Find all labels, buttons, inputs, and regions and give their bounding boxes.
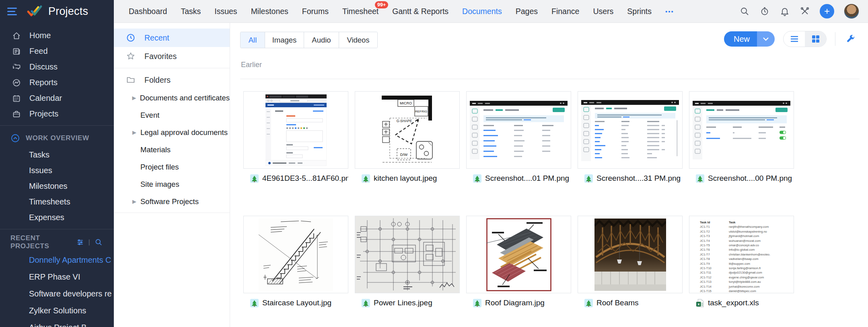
file-label[interactable]: Power Lines.jpeg (355, 298, 460, 307)
sidebar-item-timesheets[interactable]: Timesheets (0, 194, 114, 210)
project-item-airbus[interactable]: Airbus Project B (0, 319, 114, 327)
sidebar-item-feed[interactable]: Feed (0, 43, 114, 59)
tab-videos[interactable]: Videos (339, 32, 377, 48)
search-icon[interactable] (739, 6, 750, 16)
settings-wrench-button[interactable] (844, 32, 858, 46)
file-label[interactable]: Screenshot....00 PM.png (689, 174, 794, 183)
file-thumbnail[interactable] (243, 91, 348, 169)
tools-icon[interactable] (800, 6, 810, 16)
reports-icon (12, 78, 21, 87)
filter-sliders-icon[interactable] (76, 238, 84, 247)
file-item[interactable]: MICRO REFRIG G-SHAPE (355, 91, 460, 183)
grid-view-icon (812, 35, 820, 43)
file-item[interactable]: Screenshot....01 PM.png (466, 91, 571, 183)
folder-label: Event (140, 111, 159, 120)
timer-icon[interactable] (759, 6, 770, 16)
new-dropdown-arrow[interactable] (757, 31, 775, 47)
file-name: Roof Beams (596, 298, 639, 307)
file-item[interactable]: Roof Diagram.jpg (466, 216, 571, 307)
file-label[interactable]: Roof Beams (578, 298, 683, 307)
add-button[interactable]: + (820, 4, 834, 18)
sidebar-item-folders[interactable]: Folders (114, 71, 230, 89)
file-label[interactable]: Screenshot....01 PM.png (466, 174, 571, 183)
file-thumbnail[interactable]: MICRO REFRIG G-SHAPE (355, 91, 460, 169)
file-thumbnail[interactable] (243, 216, 348, 293)
file-label[interactable]: 4E961DE3-5...81AF60.png (243, 174, 348, 183)
file-label[interactable]: Roof Diagram.jpg (466, 298, 571, 307)
folder-legal-approval[interactable]: ▶Legal approval documents (114, 124, 230, 141)
nav-sprints[interactable]: Sprints (627, 7, 652, 16)
nav-pages[interactable]: Pages (516, 7, 538, 16)
file-label[interactable]: kitchen layout.jpeg (355, 174, 460, 183)
file-label[interactable]: Staircase Layout.jpg (243, 298, 348, 307)
folder-project-files[interactable]: Project files (114, 158, 230, 176)
nav-gantt-reports[interactable]: Gantt & Reports (392, 7, 448, 16)
project-item-erp[interactable]: ERP Phase VI (0, 268, 114, 285)
sidebar-item-favorites[interactable]: Favorites (114, 47, 230, 65)
file-item[interactable]: Roof Beams (578, 216, 683, 307)
tab-all[interactable]: All (241, 32, 265, 48)
work-overview-header[interactable]: WORK OVERVIEW (0, 129, 114, 147)
sidebar-item-projects[interactable]: Projects (0, 106, 114, 122)
nav-milestones[interactable]: Milestones (251, 7, 288, 16)
folder-event[interactable]: Event (114, 106, 230, 124)
nav-dashboard[interactable]: Dashboard (129, 7, 167, 16)
sidebar-item-expenses[interactable]: Expenses (0, 210, 114, 225)
search-icon[interactable] (95, 238, 103, 247)
file-label[interactable]: Screenshot....31 PM.png (578, 174, 683, 183)
folder-materials[interactable]: Materials (114, 141, 230, 158)
file-thumbnail[interactable] (466, 91, 571, 169)
nav-tasks[interactable]: Tasks (181, 7, 201, 16)
spreadsheet-preview-graphic: Task IdTask JC1-T1ranjith@thenathcompany… (689, 216, 794, 293)
file-thumbnail[interactable] (689, 91, 794, 169)
folder-documents-certificates[interactable]: ▶Documents and certificates (114, 89, 230, 106)
file-label[interactable]: x task_export.xls (689, 298, 794, 307)
project-item-zylker[interactable]: Zylker Solutions (0, 302, 114, 319)
grid-view-button[interactable] (805, 31, 826, 47)
folder-software-projects[interactable]: ▶Software Projects (114, 193, 230, 210)
sidebar-item-discuss[interactable]: Discuss (0, 59, 114, 75)
sidebar-item-home[interactable]: Home (0, 28, 114, 43)
sidebar-item-recent[interactable]: Recent (114, 29, 230, 47)
sidebar-item-tasks[interactable]: Tasks (0, 147, 114, 163)
file-thumbnail[interactable]: Task IdTask JC1-T1ranjith@thenathcompany… (689, 216, 794, 293)
file-item[interactable]: Screenshot....00 PM.png (689, 91, 794, 183)
nav-forums[interactable]: Forums (302, 7, 329, 16)
expand-arrow-icon[interactable]: ▶ (132, 95, 137, 101)
nav-issues[interactable]: Issues (214, 7, 237, 16)
nav-more-icon[interactable]: ••• (665, 8, 674, 15)
file-thumbnail[interactable] (355, 216, 460, 293)
expand-arrow-icon[interactable]: ▶ (132, 129, 137, 135)
folder-label: Legal approval documents (140, 128, 228, 137)
new-button[interactable]: New (724, 31, 775, 47)
file-thumbnail[interactable] (578, 216, 683, 293)
expand-arrow-icon[interactable]: ▶ (132, 198, 137, 204)
file-item[interactable]: Screenshot....31 PM.png (578, 91, 683, 183)
feed-icon (12, 47, 21, 56)
nav-finance[interactable]: Finance (551, 7, 579, 16)
svg-text:x: x (697, 302, 700, 306)
file-thumbnail[interactable] (466, 216, 571, 293)
user-avatar[interactable] (844, 4, 859, 19)
sidebar-item-reports[interactable]: Reports (0, 75, 114, 90)
image-file-icon (473, 174, 481, 183)
sidebar-item-milestones[interactable]: Milestones (0, 178, 114, 194)
file-item[interactable]: 4E961DE3-5...81AF60.png (243, 91, 348, 183)
nav-users[interactable]: Users (593, 7, 613, 16)
file-thumbnail[interactable] (578, 91, 683, 169)
file-item[interactable]: Staircase Layout.jpg (243, 216, 348, 307)
sidebar-item-issues[interactable]: Issues (0, 163, 114, 178)
project-item-donnelly[interactable]: Donnelly Apartments C (0, 251, 114, 268)
tab-images[interactable]: Images (265, 32, 304, 48)
nav-timesheet[interactable]: Timesheet 99+ (342, 7, 378, 16)
nav-documents[interactable]: Documents (462, 7, 502, 16)
bell-icon[interactable] (780, 6, 790, 16)
hamburger-icon[interactable] (7, 7, 19, 16)
tab-audio[interactable]: Audio (304, 32, 339, 48)
sidebar-item-calendar[interactable]: Calendar (0, 90, 114, 106)
project-item-software-devs[interactable]: Software developers re (0, 285, 114, 302)
folder-site-images[interactable]: Site images (114, 176, 230, 193)
list-view-button[interactable] (784, 31, 805, 47)
file-item[interactable]: Power Lines.jpeg (355, 216, 460, 307)
file-item[interactable]: Task IdTask JC1-T1ranjith@thenathcompany… (689, 216, 794, 307)
